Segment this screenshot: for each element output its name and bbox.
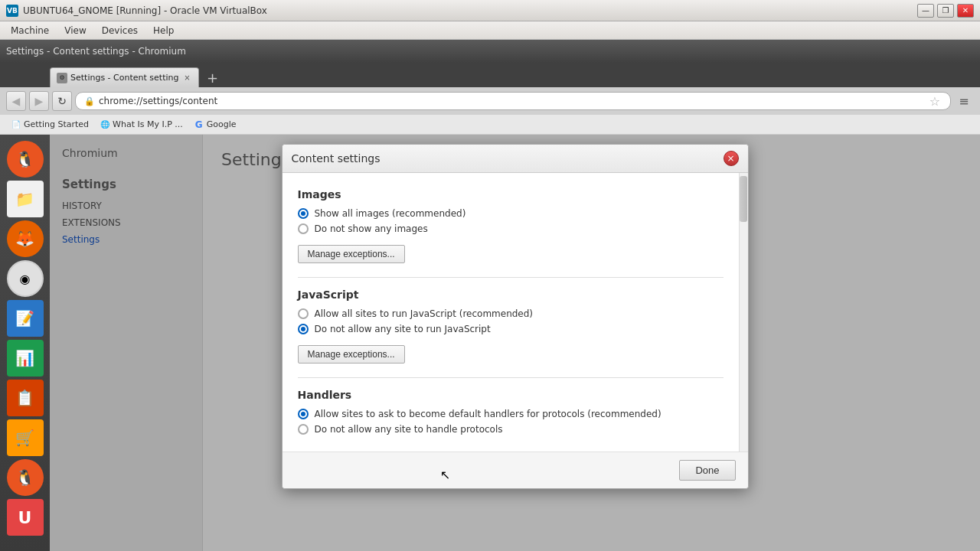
tab-favicon: ⚙ bbox=[57, 73, 67, 83]
bookmarks-bar: 📄 Getting Started 🌐 What Is My I.P ... G… bbox=[0, 115, 980, 135]
vbox-icon: VB bbox=[6, 5, 18, 17]
forward-button[interactable]: ▶ bbox=[29, 91, 49, 111]
dialog-body: Images Show all images (recommended) Do … bbox=[283, 173, 739, 452]
images-do-not-show-radio[interactable] bbox=[298, 223, 309, 234]
images-show-all-label: Show all images (recommended) bbox=[315, 208, 466, 219]
text-editor-icon: 📝 bbox=[13, 306, 38, 331]
js-do-not-allow-option[interactable]: Do not allow any site to run JavaScript bbox=[298, 324, 724, 334]
content-settings-dialog: Content settings × Images Show all image… bbox=[282, 144, 749, 489]
address-text: chrome://settings/content bbox=[99, 96, 927, 106]
files-icon: 📁 bbox=[13, 187, 38, 211]
dialog-scrollbar-thumb[interactable] bbox=[740, 176, 747, 222]
handlers-do-not-allow-option[interactable]: Do not allow any site to handle protocol… bbox=[298, 424, 724, 435]
dock-chromium[interactable]: ◉ bbox=[7, 260, 44, 297]
new-tab-button[interactable]: + bbox=[202, 67, 222, 87]
browser-content: Chromium Settings HISTORY EXTENSIONS Set… bbox=[50, 135, 980, 551]
bookmark-google-label: Google bbox=[207, 119, 237, 129]
bookmark-google[interactable]: G Google bbox=[189, 118, 241, 132]
menu-devices[interactable]: Devices bbox=[94, 24, 145, 37]
js-do-not-allow-radio[interactable] bbox=[298, 324, 309, 334]
menu-view[interactable]: View bbox=[57, 24, 93, 37]
done-button[interactable]: Done bbox=[679, 460, 735, 481]
bookmark-google-icon: G bbox=[194, 119, 204, 130]
vbox-menubar: Machine View Devices Help bbox=[0, 21, 980, 40]
tab-bar: ⚙ Settings - Content setting × + bbox=[0, 63, 980, 87]
vbox-titlebar: VB UBUNTU64_GNOME [Running] - Oracle VM … bbox=[0, 0, 980, 21]
js-allow-all-radio[interactable] bbox=[298, 308, 309, 319]
dock-firefox[interactable]: 🦊 bbox=[7, 220, 44, 257]
tab-close-button[interactable]: × bbox=[181, 73, 192, 83]
ubuntu-logo-icon: 🐧 bbox=[13, 147, 38, 171]
dock-spreadsheet[interactable]: 📊 bbox=[7, 340, 44, 377]
menu-machine[interactable]: Machine bbox=[3, 24, 57, 37]
vbox-window-controls: — ❐ ✕ bbox=[917, 4, 974, 18]
browser-title: Settings - Content settings - Chromium bbox=[6, 46, 974, 57]
javascript-handlers-divider bbox=[298, 377, 724, 378]
dock-ubuntu-logo[interactable]: 🐧 bbox=[7, 141, 44, 178]
handlers-allow-option[interactable]: Allow sites to ask to become default han… bbox=[298, 409, 724, 419]
bookmark-getting-started-icon: 📄 bbox=[11, 119, 21, 130]
vbox-minimize-button[interactable]: — bbox=[917, 4, 934, 18]
handlers-do-not-allow-label: Do not allow any site to handle protocol… bbox=[315, 424, 503, 435]
firefox-icon: 🦊 bbox=[13, 227, 38, 251]
letter-u-icon: U bbox=[13, 505, 38, 530]
nav-bar: ◀ ▶ ↻ 🔒 chrome://settings/content ☆ ≡ bbox=[0, 87, 980, 115]
bookmark-whatismyip-label: What Is My I.P ... bbox=[113, 119, 183, 129]
bookmark-getting-started[interactable]: 📄 Getting Started bbox=[6, 118, 93, 132]
images-do-not-show-label: Do not show any images bbox=[315, 223, 428, 234]
bookmark-star-button[interactable]: ☆ bbox=[927, 93, 942, 109]
images-javascript-divider bbox=[298, 277, 724, 278]
handlers-allow-label: Allow sites to ask to become default han… bbox=[315, 409, 662, 419]
dock-amazon[interactable]: 🛒 bbox=[7, 419, 44, 456]
amazon-icon: 🛒 bbox=[13, 425, 38, 450]
vbox-restore-button[interactable]: ❐ bbox=[937, 4, 954, 18]
address-bar[interactable]: 🔒 chrome://settings/content ☆ bbox=[75, 92, 951, 110]
js-allow-all-label: Allow all sites to run JavaScript (recom… bbox=[315, 308, 534, 319]
dock-files[interactable]: 📁 bbox=[7, 181, 44, 217]
images-section-title: Images bbox=[298, 188, 724, 201]
reload-button[interactable]: ↻ bbox=[52, 91, 72, 111]
bookmark-whatismyip[interactable]: 🌐 What Is My I.P ... bbox=[95, 118, 188, 132]
javascript-section-title: JavaScript bbox=[298, 289, 724, 301]
vbox-close-button[interactable]: ✕ bbox=[957, 4, 974, 18]
bookmark-whatismyip-icon: 🌐 bbox=[100, 119, 110, 130]
dialog-titlebar: Content settings × bbox=[283, 145, 748, 173]
ubuntu2-icon: 🐧 bbox=[13, 465, 38, 490]
handlers-do-not-allow-radio[interactable] bbox=[298, 424, 309, 435]
browser-titlebar: Settings - Content settings - Chromium bbox=[0, 40, 980, 63]
dialog-inner: Images Show all images (recommended) Do … bbox=[283, 173, 748, 452]
js-do-not-allow-label: Do not allow any site to run JavaScript bbox=[315, 324, 491, 334]
tab-label: Settings - Content setting bbox=[70, 73, 178, 83]
ubuntu-dock: 🐧 📁 🦊 ◉ 📝 📊 📋 🛒 � bbox=[0, 135, 50, 551]
javascript-manage-exceptions-button[interactable]: Manage exceptions... bbox=[298, 345, 405, 364]
js-allow-all-option[interactable]: Allow all sites to run JavaScript (recom… bbox=[298, 308, 724, 319]
images-do-not-show-option[interactable]: Do not show any images bbox=[298, 223, 724, 234]
chromium-icon: ◉ bbox=[13, 266, 38, 291]
dialog-close-button[interactable]: × bbox=[724, 151, 739, 166]
address-icon: 🔒 bbox=[83, 95, 96, 107]
images-show-all-option[interactable]: Show all images (recommended) bbox=[298, 208, 724, 219]
dock-presentation[interactable]: 📋 bbox=[7, 380, 44, 416]
dialog-footer: Done bbox=[283, 452, 748, 488]
images-manage-exceptions-button[interactable]: Manage exceptions... bbox=[298, 245, 405, 263]
presentation-icon: 📋 bbox=[13, 386, 38, 410]
spreadsheet-icon: 📊 bbox=[13, 346, 38, 370]
dock-ubuntu2[interactable]: 🐧 bbox=[7, 459, 44, 496]
dock-letter-u[interactable]: U bbox=[7, 499, 44, 536]
dialog-scrollbar[interactable] bbox=[739, 173, 748, 452]
back-button[interactable]: ◀ bbox=[6, 91, 26, 111]
handlers-section-title: Handlers bbox=[298, 389, 724, 401]
dock-text-editor[interactable]: 📝 bbox=[7, 300, 44, 337]
browser-menu-button[interactable]: ≡ bbox=[954, 91, 974, 111]
dialog-title: Content settings bbox=[292, 152, 724, 165]
browser-window: Settings - Content settings - Chromium ⚙… bbox=[0, 40, 980, 551]
menu-help[interactable]: Help bbox=[145, 24, 181, 37]
bookmark-getting-started-label: Getting Started bbox=[24, 119, 89, 129]
tab-settings-content[interactable]: ⚙ Settings - Content setting × bbox=[50, 67, 199, 87]
handlers-allow-radio[interactable] bbox=[298, 409, 309, 419]
page-area: 🐧 📁 🦊 ◉ 📝 📊 📋 🛒 � bbox=[0, 135, 980, 551]
images-show-all-radio[interactable] bbox=[298, 208, 309, 219]
vbox-title: UBUNTU64_GNOME [Running] - Oracle VM Vir… bbox=[23, 5, 917, 16]
